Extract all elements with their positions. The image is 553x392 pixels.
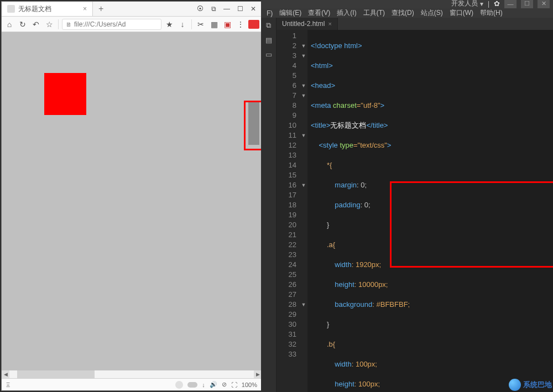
- watermark: 系统巴地: [509, 379, 552, 391]
- ide-main: ⧉ ▤ ▭ Untitled-2.html × 1234567891011121…: [261, 18, 553, 392]
- window-controls: ⦿ ⧉ — ☐ ✕: [195, 4, 262, 14]
- menu-file[interactable]: F): [264, 9, 275, 17]
- ide-maximize-icon[interactable]: ☐: [521, 0, 533, 8]
- horizontal-scrollbar[interactable]: ◀ ▶: [2, 370, 262, 378]
- new-tab-button[interactable]: +: [93, 4, 109, 14]
- file-tab[interactable]: Untitled-2.html ×: [276, 18, 338, 30]
- scroll-left-icon[interactable]: ◀: [2, 370, 9, 378]
- address-bar: ⌂ ↻ ↶ ☆ 🗎 file:///C:/Users/Ad ★ ↓ ✂ ▦ ▣ …: [2, 17, 262, 32]
- url-text: file:///C:/Users/Ad: [74, 20, 126, 28]
- menu-tools[interactable]: 工具(T): [361, 8, 387, 18]
- tab-strip: 无标题文档 × + ⦿ ⧉ — ☐ ✕: [2, 2, 262, 17]
- ide-toolrail: ⧉ ▤ ▭: [261, 18, 276, 392]
- fold-column: ▼▼▼▼▼▼▼: [300, 30, 307, 392]
- star-icon[interactable]: ★: [164, 19, 175, 30]
- file-tab-label: Untitled-2.html: [282, 20, 325, 28]
- files-icon[interactable]: ▤: [264, 35, 274, 44]
- url-input[interactable]: 🗎 file:///C:/Users/Ad: [62, 19, 161, 30]
- restore-icon[interactable]: ⧉: [208, 4, 218, 14]
- browser-window: 无标题文档 × + ⦿ ⧉ — ☐ ✕ ⌂ ↻ ↶ ☆ 🗎 file:///C:…: [1, 1, 262, 391]
- assets-icon[interactable]: ▭: [264, 50, 274, 59]
- shield-icon[interactable]: ⊘: [222, 381, 227, 388]
- tab-title: 无标题文档: [18, 4, 51, 14]
- menu-view[interactable]: 查看(V): [306, 8, 332, 18]
- dom-icon[interactable]: ⧉: [264, 21, 274, 30]
- status-menu-icon[interactable]: Ξ: [6, 381, 10, 388]
- zoom-level[interactable]: 100%: [242, 381, 257, 388]
- back-icon[interactable]: ↶: [30, 19, 41, 30]
- menu-icon[interactable]: ⦿: [195, 4, 205, 14]
- download-icon[interactable]: ↓: [202, 381, 205, 388]
- menu-edit[interactable]: 编辑(E): [277, 8, 304, 18]
- page-viewport[interactable]: [2, 32, 262, 370]
- grid-icon[interactable]: ▦: [208, 19, 220, 30]
- editor-area: Untitled-2.html × 1234567891011121314151…: [276, 18, 553, 392]
- fullscreen-icon[interactable]: ⛶: [231, 381, 237, 388]
- browser-tab[interactable]: 无标题文档 ×: [2, 2, 93, 16]
- horizontal-scrollbar-thumb[interactable]: [17, 370, 95, 378]
- ide-window: 开发人员 ▾ | ✿ — ☐ ✕ F) 编辑(E) 查看(V) 插入(I) 工具…: [261, 0, 553, 391]
- close-file-icon[interactable]: ×: [328, 20, 331, 27]
- watermark-logo-icon: [509, 379, 521, 391]
- scissors-icon[interactable]: ✂: [195, 19, 206, 30]
- speaker-icon[interactable]: 🔊: [210, 381, 217, 388]
- status-icon[interactable]: [175, 381, 183, 389]
- status-pill[interactable]: [187, 382, 197, 388]
- maximize-icon[interactable]: ☐: [235, 4, 245, 14]
- reload-icon[interactable]: ↻: [17, 19, 28, 30]
- close-window-icon[interactable]: ✕: [248, 4, 258, 14]
- more-icon[interactable]: ⋮: [235, 19, 246, 30]
- minimize-icon[interactable]: —: [222, 4, 232, 14]
- favorite-icon[interactable]: ☆: [44, 19, 55, 30]
- scroll-right-icon[interactable]: ▶: [254, 370, 262, 378]
- lock-icon: 🗎: [66, 21, 72, 28]
- menu-window[interactable]: 窗口(W): [447, 8, 476, 18]
- red-extension-icon[interactable]: [248, 20, 259, 29]
- vertical-scrollbar-thumb[interactable]: [248, 101, 259, 145]
- file-icon: [7, 5, 15, 13]
- separator: |: [488, 0, 489, 8]
- separator: [191, 19, 192, 29]
- gear-icon[interactable]: ✿: [494, 0, 500, 8]
- browser-statusbar: Ξ ↓ 🔊 ⊘ ⛶ 100%: [2, 378, 262, 390]
- ide-minimize-icon[interactable]: —: [504, 0, 517, 8]
- ide-menubar: F) 编辑(E) 查看(V) 插入(I) 工具(T) 查找(D) 站点(S) 窗…: [261, 8, 553, 18]
- code-editor[interactable]: 1234567891011121314151617181920212223242…: [276, 30, 553, 392]
- chevron-down-icon: ▾: [480, 0, 483, 8]
- separator: [58, 19, 59, 29]
- scroll-track[interactable]: [9, 370, 254, 378]
- line-gutter: 1234567891011121314151617181920212223242…: [276, 30, 300, 392]
- close-tab-icon[interactable]: ×: [83, 5, 87, 13]
- menu-site[interactable]: 站点(S): [419, 8, 445, 18]
- watermark-text: 系统巴地: [523, 380, 552, 390]
- extension-icon[interactable]: ▣: [222, 19, 233, 30]
- home-icon[interactable]: ⌂: [4, 19, 15, 30]
- workspace-dropdown[interactable]: 开发人员 ▾: [451, 0, 483, 8]
- menu-find[interactable]: 查找(D): [389, 8, 416, 18]
- file-tab-row: Untitled-2.html ×: [276, 18, 553, 30]
- menu-insert[interactable]: 插入(I): [335, 8, 358, 18]
- down-icon[interactable]: ↓: [177, 19, 188, 30]
- red-box-element: [44, 73, 86, 115]
- ide-titlebar: 开发人员 ▾ | ✿ — ☐ ✕: [261, 0, 553, 8]
- ide-close-icon[interactable]: ✕: [538, 0, 550, 8]
- code-body[interactable]: <!doctype html> <html> <head> <meta char…: [307, 30, 553, 392]
- menu-help[interactable]: 帮助(H): [478, 8, 505, 18]
